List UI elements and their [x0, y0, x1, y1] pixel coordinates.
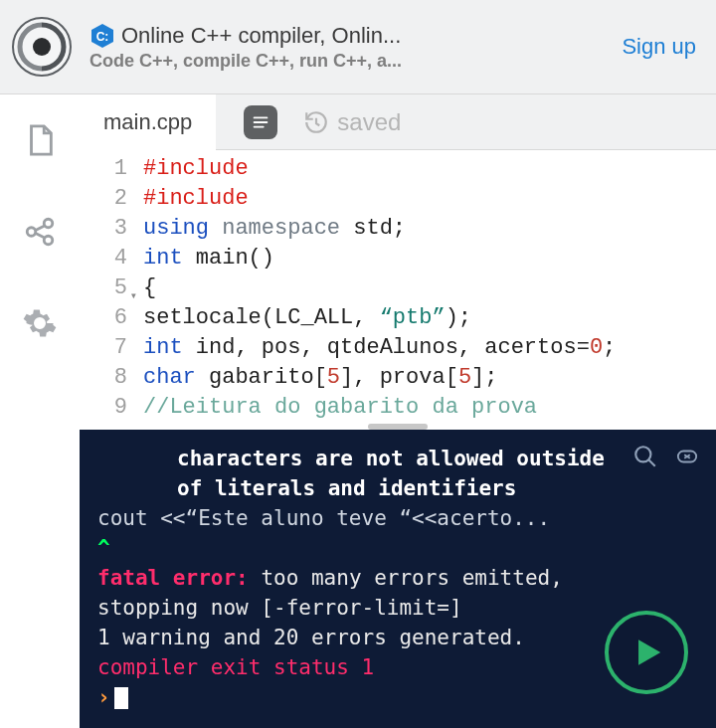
main-area: main.cpp saved 12345▾6789 #include#inclu… [80, 94, 716, 728]
code-line[interactable]: //Leitura do gabarito da prova [143, 393, 616, 423]
close-icon[interactable] [676, 446, 698, 475]
signup-link[interactable]: Sign up [622, 34, 704, 60]
code-line[interactable]: #include [143, 154, 616, 184]
svg-rect-9 [254, 125, 265, 127]
share-icon[interactable] [22, 214, 58, 250]
gear-icon[interactable] [22, 305, 58, 341]
svg-point-10 [635, 447, 650, 461]
title-block: C: Online C++ compiler, Onlin... Code C+… [90, 23, 622, 72]
code-editor[interactable]: 12345▾6789 #include#includeusing namespa… [80, 150, 716, 430]
code-line[interactable]: int main() [143, 244, 616, 273]
saved-label: saved [337, 108, 401, 136]
console-fatal-line-1: fatal error: too many errors emitted, [97, 563, 698, 593]
cursor [114, 687, 128, 709]
console-output[interactable]: characters are not allowed outside of li… [80, 430, 716, 728]
code-line[interactable]: using namespace std; [143, 214, 616, 244]
file-icon[interactable] [22, 122, 58, 158]
code-line[interactable]: char gabarito[5], prova[5]; [143, 363, 616, 393]
svg-point-5 [44, 219, 53, 228]
svg-point-1 [33, 38, 51, 56]
code-line[interactable]: #include [143, 184, 616, 214]
code-line[interactable]: setlocale(LC_ALL, “ptb”); [143, 303, 616, 333]
console-fatal-line-2: stopping now [-ferror-limit=] [97, 593, 698, 623]
svg-point-4 [27, 228, 36, 237]
console-error-line-2: of literals and identifiers [97, 473, 698, 503]
play-icon [627, 634, 665, 671]
tab-main-cpp[interactable]: main.cpp [80, 94, 216, 150]
page-subtitle: Code C++, compile C++, run C++, a... [90, 51, 622, 72]
code-line[interactable]: { [143, 273, 616, 303]
code-content[interactable]: #include#includeusing namespace std;int … [135, 150, 616, 430]
console-prompt[interactable]: › [97, 682, 698, 712]
search-icon[interactable] [632, 444, 658, 477]
svg-point-6 [44, 236, 53, 245]
history-icon [303, 109, 329, 135]
menu-icon[interactable] [244, 105, 277, 139]
app-logo[interactable] [12, 17, 72, 77]
sidebar [0, 94, 80, 728]
svg-rect-7 [254, 116, 268, 118]
cpp-badge-icon: C: [90, 23, 115, 49]
header-bar: C: Online C++ compiler, Onlin... Code C+… [0, 0, 716, 94]
console-caret: ^ [97, 533, 698, 563]
console-error-line-1: characters are not allowed outside [97, 444, 698, 473]
saved-indicator: saved [303, 108, 401, 136]
console-source-line: cout <<“Este aluno teve “<<acerto... [97, 503, 698, 533]
page-title: Online C++ compiler, Onlin... [121, 23, 401, 49]
run-button[interactable] [605, 611, 688, 694]
svg-rect-8 [254, 121, 268, 123]
line-gutter: 12345▾6789 [80, 150, 135, 430]
svg-text:C:: C: [96, 30, 109, 44]
code-line[interactable]: int ind, pos, qtdeAlunos, acertos=0; [143, 333, 616, 363]
tab-bar: main.cpp saved [80, 94, 716, 150]
